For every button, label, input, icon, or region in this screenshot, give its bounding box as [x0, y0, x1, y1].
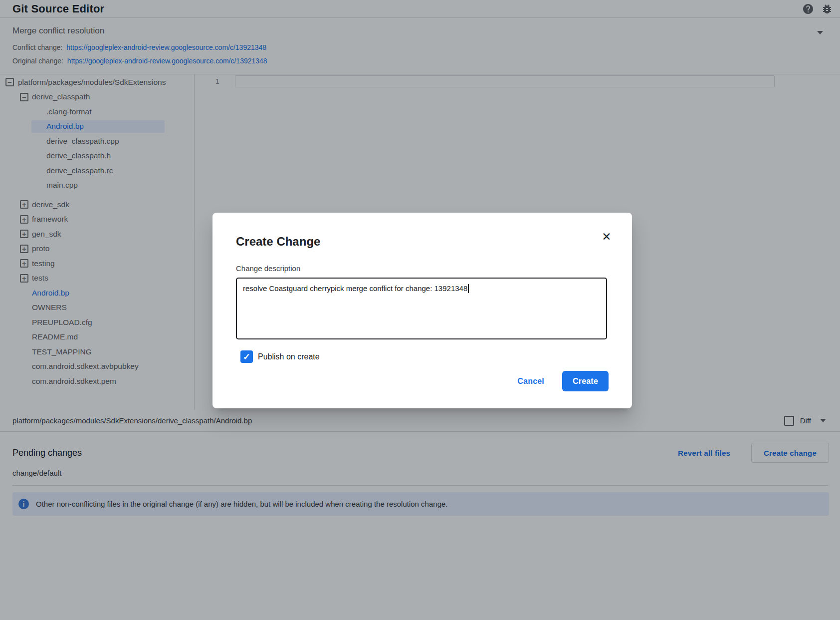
publish-label: Publish on create: [258, 352, 320, 361]
create-button[interactable]: Create: [562, 371, 609, 391]
create-change-dialog: Create Change ✕ Change description resol…: [212, 213, 632, 408]
change-description-input[interactable]: resolve Coastguard cherrypick merge conf…: [236, 278, 607, 339]
publish-on-create-row[interactable]: ✓ Publish on create: [240, 350, 609, 363]
close-icon[interactable]: ✕: [599, 229, 614, 244]
publish-checkbox[interactable]: ✓: [240, 350, 253, 363]
cancel-button[interactable]: Cancel: [517, 377, 544, 386]
change-description-label: Change description: [236, 264, 609, 273]
dialog-title: Create Change: [236, 235, 609, 249]
text-cursor: [468, 284, 469, 293]
change-description-value: resolve Coastguard cherrypick merge conf…: [243, 284, 467, 293]
